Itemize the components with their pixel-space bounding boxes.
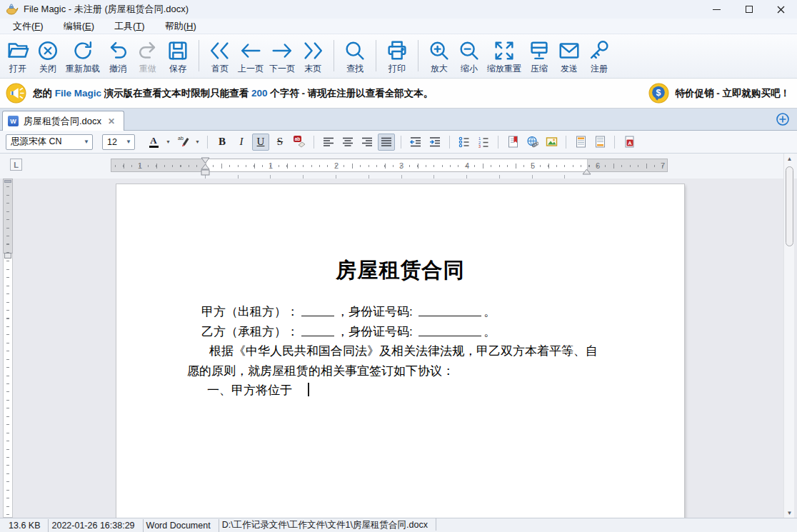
menu-edit[interactable]: 编辑(E) xyxy=(55,19,103,34)
increase-indent-icon xyxy=(429,136,441,148)
toolbar-button-find[interactable]: 查找 xyxy=(340,36,370,74)
text-top-marker[interactable] xyxy=(4,253,11,259)
decrease-indent-button[interactable] xyxy=(407,134,424,151)
align-center-icon xyxy=(342,136,354,148)
key-icon xyxy=(587,37,611,64)
page-footer-button[interactable] xyxy=(591,134,608,151)
text-caret xyxy=(308,383,309,396)
new-tab-button[interactable] xyxy=(776,112,790,126)
strikethrough-button[interactable]: S xyxy=(271,134,289,151)
toolbar-button-last-page[interactable]: 末页 xyxy=(298,36,328,74)
format-toolbar: 思源宋体 CN▼ 12▼ A ▼ ab ▼ B I U S ab xyxy=(0,131,797,154)
toolbar-button-zoom-in[interactable]: 放大 xyxy=(424,36,454,74)
demo-notice-bar: 您的 File Magic 演示版在查看文本时限制只能查看 200 个字符 - … xyxy=(0,79,797,109)
close-button[interactable] xyxy=(765,0,797,19)
clear-format-button[interactable]: ab xyxy=(291,134,308,151)
menu-help[interactable]: 帮助(H) xyxy=(156,19,205,34)
page-header-button[interactable] xyxy=(572,134,589,151)
vertical-scrollbar[interactable]: ▲ ▼ xyxy=(783,154,794,518)
toolbar-button-print[interactable]: 打印 xyxy=(382,36,412,74)
ruler-row: L 11234567 xyxy=(0,154,797,179)
italic-button[interactable]: I xyxy=(233,134,250,151)
svg-text:ab: ab xyxy=(178,136,184,141)
increase-indent-button[interactable] xyxy=(426,134,443,151)
toolbar-button-open[interactable]: 打开 xyxy=(3,36,33,74)
toolbar-button-first-page[interactable]: 首页 xyxy=(205,36,235,74)
font-family-select[interactable]: 思源宋体 CN▼ xyxy=(6,134,93,150)
align-left-button[interactable] xyxy=(320,134,337,151)
toolbar-button-save[interactable]: 保存 xyxy=(163,36,193,74)
bold-button[interactable]: B xyxy=(214,134,231,151)
toolbar-button-next-page[interactable]: 下一页 xyxy=(266,36,298,74)
menu-file[interactable]: 文件(F) xyxy=(4,19,52,34)
bookmark-button[interactable] xyxy=(504,134,521,151)
toolbar-button-compress[interactable]: 压缩 xyxy=(524,36,554,74)
last-icon xyxy=(301,37,325,64)
toolbar-button-send[interactable]: 发送 xyxy=(554,36,584,74)
scroll-up-icon[interactable]: ▲ xyxy=(784,154,795,164)
redo-icon xyxy=(136,37,160,64)
toolbar-button-zoom-reset[interactable]: 缩放重置 xyxy=(484,36,524,74)
scrollbar-thumb[interactable] xyxy=(786,166,793,246)
numbered-list-button[interactable]: 123 xyxy=(475,134,492,151)
insert-image-button[interactable] xyxy=(543,134,560,151)
titlebar: File Magic - 未注册 (房屋租赁合同.docx) xyxy=(0,0,797,19)
font-size-select[interactable]: 12▼ xyxy=(102,134,135,150)
main-toolbar: 打开 关闭 重新加载 撤消 重做 保存 xyxy=(0,34,797,79)
status-file-type: Word Document xyxy=(144,521,219,531)
font-color-button[interactable]: A xyxy=(145,134,162,151)
tab-label: 房屋租赁合同.docx xyxy=(24,115,101,128)
contract-title: 房屋租赁合同 xyxy=(116,256,684,284)
font-color-dropdown[interactable]: ▼ xyxy=(164,134,172,151)
svg-text:$: $ xyxy=(656,88,661,98)
highlight-button[interactable]: ab xyxy=(174,134,191,151)
toolbar-button-prev-page[interactable]: 上一页 xyxy=(235,36,266,74)
page-footer-icon xyxy=(594,136,606,148)
align-center-button[interactable] xyxy=(339,134,356,151)
party-b-id-blank xyxy=(418,326,481,336)
export-pdf-button[interactable]: A xyxy=(621,134,638,151)
tab-document[interactable]: W 房屋租赁合同.docx ✕ xyxy=(2,111,124,131)
save-icon xyxy=(166,37,190,64)
ruler-number-n2: 2 xyxy=(333,161,340,171)
window-title: File Magic - 未注册 (房屋租赁合同.docx) xyxy=(24,3,189,16)
document-page[interactable]: 房屋租赁合同 甲方（出租方）：，身份证号码: 。 乙方（承租方）：，身份证号码:… xyxy=(116,184,684,518)
toolbar-button-zoom-out[interactable]: 缩小 xyxy=(454,36,484,74)
toolbar-button-close-doc[interactable]: 关闭 xyxy=(33,36,63,74)
menubar: 文件(F) 编辑(E) 工具(T) 帮助(H) xyxy=(0,19,797,34)
bullet-list-button[interactable] xyxy=(456,134,473,151)
vertical-ruler xyxy=(3,179,13,518)
toolbar-button-undo[interactable]: 撤消 xyxy=(103,36,133,74)
indent-markers[interactable] xyxy=(201,157,210,176)
bookmark-icon xyxy=(507,136,519,148)
align-right-button[interactable] xyxy=(359,134,376,151)
tab-close-icon[interactable]: ✕ xyxy=(106,116,116,126)
highlight-dropdown[interactable]: ▼ xyxy=(194,134,201,151)
minimize-icon xyxy=(713,9,721,10)
hyperlink-button[interactable] xyxy=(523,134,541,151)
maximize-button[interactable] xyxy=(733,0,765,19)
chevron-down-icon: ▼ xyxy=(126,139,131,145)
underline-button[interactable]: U xyxy=(252,134,269,151)
align-left-icon xyxy=(323,136,334,148)
scroll-down-icon[interactable]: ▼ xyxy=(784,508,795,518)
promo-link[interactable]: $ 特价促销 - 立即就购买吧！ xyxy=(648,83,791,104)
folder-icon xyxy=(6,37,30,64)
toolbar-button-redo[interactable]: 重做 xyxy=(133,36,163,74)
dollar-promo-icon: $ xyxy=(648,83,669,104)
minimize-button[interactable] xyxy=(701,0,733,19)
hyperlink-globe-icon xyxy=(526,136,538,148)
workspace: L 11234567 xyxy=(0,154,797,518)
menu-tools[interactable]: 工具(T) xyxy=(106,19,154,34)
toolbar-button-register[interactable]: 注册 xyxy=(584,36,614,74)
right-indent-marker[interactable] xyxy=(582,169,591,175)
clear-format-icon: ab xyxy=(293,135,306,149)
align-justify-button[interactable] xyxy=(378,134,395,151)
tab-stop-selector[interactable]: L xyxy=(10,159,22,171)
top-margin-handle[interactable] xyxy=(4,180,11,183)
toolbar-button-reload[interactable]: 重新加载 xyxy=(63,36,103,74)
preamble-line-2: 愿的原则，就房屋租赁的相关事宜签订如下协议： xyxy=(187,361,684,381)
clause-1-line: 一、甲方将位于 xyxy=(187,381,684,401)
envelope-icon xyxy=(557,37,581,64)
align-right-icon xyxy=(361,136,373,148)
